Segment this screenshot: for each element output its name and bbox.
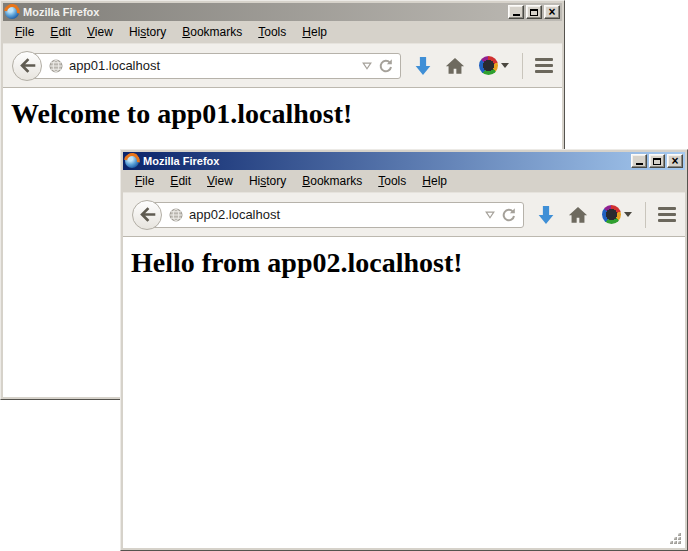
minimize-icon [513,14,520,16]
back-arrow-icon [19,57,36,74]
menu-item-tools[interactable]: Tools [370,172,414,190]
page-heading: Welcome to app01.localhost! [11,98,562,130]
window-title: Mozilla Firefox [23,6,504,18]
urlbar-dropdown-icon[interactable] [485,211,495,219]
url-bar[interactable]: app02.localhost [147,202,524,228]
menu-item-file[interactable]: File [7,23,42,41]
maximize-icon [530,9,538,16]
menu-item-history[interactable]: History [241,172,294,190]
hamburger-icon [658,207,676,210]
chevron-down-icon [624,212,632,217]
back-arrow-icon [139,206,156,223]
downloads-button[interactable] [415,56,431,76]
menu-label-post: ools [384,174,406,188]
color-wheel-icon [479,56,498,75]
toolbar-separator [522,53,523,79]
menu-item-edit[interactable]: Edit [42,23,79,41]
hamburger-icon [658,213,676,216]
hamburger-icon [535,58,553,61]
back-button[interactable] [132,200,162,230]
menubar: File Edit View History Bookmarks Tools H… [123,170,685,192]
globe-icon [169,208,183,222]
downloads-button[interactable] [538,205,554,225]
page-heading: Hello from app02.localhost! [131,247,685,279]
url-bar[interactable]: app01.localhost [27,53,401,79]
resize-grip[interactable] [669,532,682,545]
menu-item-edit[interactable]: Edit [162,172,199,190]
titlebar[interactable]: Mozilla Firefox × [3,3,562,21]
close-icon: × [671,156,678,166]
menu-button[interactable] [535,56,553,75]
menu-item-help[interactable]: Help [414,172,455,190]
menu-accesskey: H [302,25,311,39]
window-controls: × [631,154,683,168]
menu-label-post: dit [58,25,71,39]
menu-accesskey: V [87,25,95,39]
url-text[interactable]: app02.localhost [189,207,479,222]
minimize-button[interactable] [631,154,647,168]
chevron-down-icon [501,63,509,68]
close-button[interactable]: × [544,5,560,19]
menu-item-file[interactable]: File [127,172,162,190]
maximize-button[interactable] [526,5,542,19]
close-button[interactable]: × [667,154,683,168]
menu-item-history[interactable]: History [121,23,174,41]
menu-label-pre: Hi [129,25,140,39]
hamburger-icon [658,219,676,222]
menu-label-post: dit [178,174,191,188]
color-wheel-icon [602,205,621,224]
urlbar-dropdown-icon[interactable] [362,62,372,70]
firefox-logo-icon [5,5,19,19]
menu-label-pre: Hi [249,174,260,188]
back-button[interactable] [12,51,42,81]
menu-label-post: iew [95,25,113,39]
window-controls: × [508,5,560,19]
maximize-icon [653,158,661,165]
url-text[interactable]: app01.localhost [69,58,356,73]
menu-label-post: elp [431,174,447,188]
menu-item-help[interactable]: Help [294,23,335,41]
menu-item-bookmarks[interactable]: Bookmarks [174,23,250,41]
menu-accesskey: V [207,174,215,188]
close-icon: × [548,7,555,17]
menu-item-bookmarks[interactable]: Bookmarks [294,172,370,190]
minimize-icon [636,163,643,165]
page-content: Hello from app02.localhost! [123,237,685,548]
addon-button[interactable] [602,205,632,224]
menu-label-post: elp [311,25,327,39]
nav-toolbar: app01.localhost [3,43,562,88]
menu-label-post: tory [266,174,286,188]
maximize-button[interactable] [649,154,665,168]
menu-label-post: ile [142,174,154,188]
menu-label-post: ookmarks [310,174,362,188]
menubar: File Edit View History Bookmarks Tools H… [3,21,562,43]
reload-icon[interactable] [378,58,394,74]
window-title: Mozilla Firefox [143,155,627,167]
toolbar-separator [645,202,646,228]
download-arrow-icon [538,205,554,225]
menu-label-post: ools [264,25,286,39]
titlebar[interactable]: Mozilla Firefox × [123,152,685,170]
download-arrow-icon [415,56,431,76]
globe-icon [49,59,63,73]
firefox-logo-icon [125,154,139,168]
firefox-window-app02: Mozilla Firefox × File Edit View History… [120,149,688,551]
home-icon [445,57,465,75]
menu-label-post: ile [22,25,34,39]
minimize-button[interactable] [508,5,524,19]
menu-item-tools[interactable]: Tools [250,23,294,41]
nav-toolbar: app02.localhost [123,192,685,237]
desktop: { "windows": [ { "title": "Mozilla Firef… [0,0,688,551]
home-button[interactable] [445,57,465,75]
menu-accesskey: H [422,174,431,188]
home-button[interactable] [568,206,588,224]
home-icon [568,206,588,224]
menu-label-post: tory [146,25,166,39]
menu-item-view[interactable]: View [199,172,241,190]
menu-button[interactable] [658,205,676,224]
addon-button[interactable] [479,56,509,75]
reload-icon[interactable] [501,207,517,223]
menu-item-view[interactable]: View [79,23,121,41]
menu-label-post: iew [215,174,233,188]
menu-label-post: ookmarks [190,25,242,39]
